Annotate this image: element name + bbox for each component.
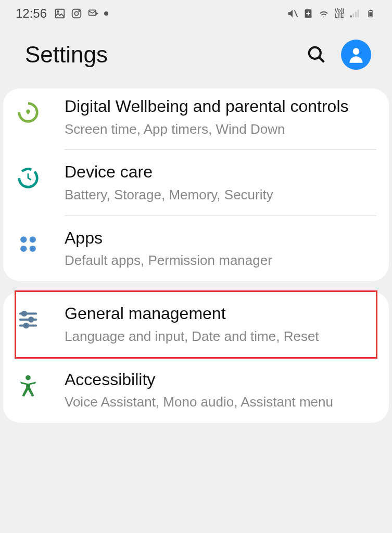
item-content: Apps Default apps, Permission manager [65, 227, 376, 270]
status-right: Vo))LTE [287, 8, 376, 19]
sliders-icon [16, 307, 41, 332]
settings-item-general-management[interactable]: General management Language and input, D… [3, 291, 389, 357]
svg-rect-9 [350, 16, 352, 18]
svg-line-7 [295, 10, 298, 17]
item-subtitle: Battery, Storage, Memory, Security [65, 186, 376, 204]
settings-item-digital-wellbeing[interactable]: Digital Wellbeing and parental controls … [3, 88, 389, 149]
header: Settings [0, 25, 392, 88]
svg-point-3 [74, 11, 78, 15]
settings-group-2: General management Language and input, D… [3, 291, 389, 423]
signal-icon [349, 8, 361, 19]
svg-point-22 [30, 236, 36, 243]
page-title: Settings [25, 42, 108, 68]
more-notifications-dot [104, 11, 108, 16]
svg-point-24 [30, 245, 36, 251]
item-title: Device care [65, 161, 376, 183]
battery-icon [365, 8, 376, 19]
svg-point-18 [353, 48, 360, 55]
mute-icon [287, 8, 298, 19]
wifi-icon [318, 8, 330, 19]
svg-point-1 [57, 11, 59, 12]
svg-point-31 [26, 375, 31, 380]
item-content: Device care Battery, Storage, Memory, Se… [65, 161, 376, 204]
device-care-icon [16, 166, 41, 191]
svg-line-17 [319, 57, 324, 62]
svg-marker-6 [96, 12, 98, 16]
volte-icon: Vo))LTE [334, 8, 345, 19]
svg-rect-14 [370, 10, 372, 11]
svg-rect-0 [56, 9, 65, 18]
item-title: General management [65, 303, 376, 325]
item-content: General management Language and input, D… [65, 303, 376, 345]
svg-point-30 [24, 324, 28, 328]
header-actions [307, 40, 371, 70]
svg-point-21 [20, 236, 27, 243]
search-icon[interactable] [307, 45, 326, 65]
item-subtitle: Language and input, Date and time, Reset [65, 328, 376, 346]
item-subtitle: Voice Assistant, Mono audio, Assistant m… [65, 394, 376, 411]
item-subtitle: Default apps, Permission manager [65, 252, 376, 270]
wellbeing-icon [16, 100, 41, 125]
item-title: Digital Wellbeing and parental controls [65, 96, 376, 118]
item-content: Digital Wellbeing and parental controls … [65, 96, 376, 138]
svg-rect-12 [358, 10, 359, 18]
apps-icon [16, 232, 41, 257]
settings-item-accessibility[interactable]: Accessibility Voice Assistant, Mono audi… [3, 358, 389, 423]
item-subtitle: Screen time, App timers, Wind Down [65, 121, 376, 138]
settings-item-device-care[interactable]: Device care Battery, Storage, Memory, Se… [3, 150, 389, 215]
svg-point-16 [309, 47, 321, 59]
image-icon [54, 8, 66, 19]
item-title: Accessibility [65, 369, 376, 391]
settings-group-1: Digital Wellbeing and parental controls … [3, 88, 389, 281]
instagram-icon [71, 8, 82, 19]
accessibility-icon [16, 373, 41, 398]
svg-rect-15 [369, 12, 372, 16]
data-saver-icon [302, 8, 314, 19]
svg-point-4 [79, 10, 80, 11]
svg-point-28 [29, 318, 33, 322]
svg-rect-11 [355, 11, 357, 17]
svg-point-23 [20, 245, 27, 251]
mail-icon [87, 8, 99, 19]
status-time: 12:56 [16, 6, 47, 21]
profile-avatar[interactable] [341, 40, 371, 70]
item-content: Accessibility Voice Assistant, Mono audi… [65, 369, 376, 411]
item-title: Apps [65, 227, 376, 249]
status-left: 12:56 [16, 6, 108, 21]
status-bar: 12:56 Vo))LTE [0, 0, 392, 25]
svg-point-26 [22, 312, 27, 316]
svg-rect-10 [352, 14, 354, 17]
settings-item-apps[interactable]: Apps Default apps, Permission manager [3, 216, 389, 281]
